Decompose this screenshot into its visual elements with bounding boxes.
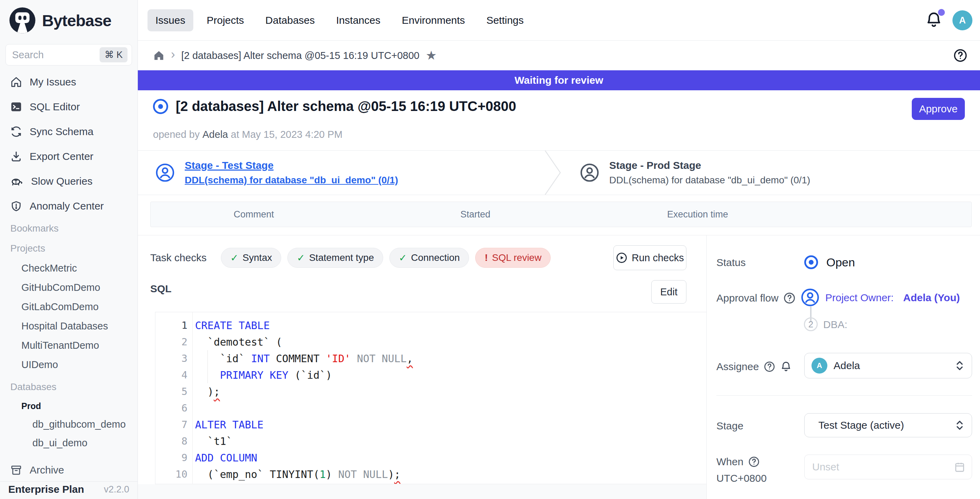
edit-sql-button[interactable]: Edit <box>651 280 686 304</box>
check-pill-syntax[interactable]: ✓ Syntax <box>221 248 281 268</box>
tab-settings[interactable]: Settings <box>478 9 531 31</box>
assignee-text: Assignee <box>716 361 759 372</box>
when-text: When <box>716 456 743 468</box>
sidebar-item-sql-editor[interactable]: SQL Editor <box>0 94 137 119</box>
col-started: Started <box>460 202 490 227</box>
plan-bar: Enterprise Plan v2.2.0 <box>0 482 137 499</box>
sidebar-env-prod: Prod <box>0 397 137 415</box>
sidebar-item-slow-queries[interactable]: Slow Queries <box>0 169 137 194</box>
sidebar-item-label: Sync Schema <box>30 126 93 138</box>
sidebar-item-db-githubcom-demo[interactable]: db_githubcom_demo <box>0 415 137 434</box>
approval-step2-role: DBA: <box>823 319 847 331</box>
line-number: 1 <box>156 319 188 331</box>
stage-name: Stage - Prod Stage <box>609 160 810 171</box>
approver-step1-icon <box>800 288 820 307</box>
sidebar-item-anomaly-center[interactable]: Anomaly Center <box>0 194 137 218</box>
sidebar-item-label: My Issues <box>30 76 76 88</box>
issue-open-icon <box>153 99 168 114</box>
issue-header: [2 databases] Alter schema @05-15 16:19 … <box>138 90 980 150</box>
sidebar-item-uidemo[interactable]: UIDemo <box>0 355 137 374</box>
help-circle-icon[interactable] <box>764 361 775 372</box>
task-checks-label: Task checks <box>150 252 207 264</box>
issue-author: Adela <box>203 129 228 140</box>
main-area: Issues Projects Databases Instances Envi… <box>138 0 980 499</box>
search-shortcut-badge: ⌘ K <box>100 47 127 62</box>
sidebar-item-db-ui-demo[interactable]: db_ui_demo <box>0 434 137 452</box>
shield-icon <box>10 200 22 212</box>
stage-select[interactable]: Test Stage (active) <box>804 413 972 437</box>
person-circle-icon <box>155 163 175 183</box>
tab-environments[interactable]: Environments <box>394 9 473 31</box>
task-table-header: Comment Started Execution time <box>150 202 972 227</box>
check-pill-sql-review[interactable]: ! SQL review <box>475 248 550 268</box>
tab-issues[interactable]: Issues <box>148 9 193 31</box>
sidebar-item-export-center[interactable]: Export Center <box>0 144 137 169</box>
sidebar-item-gitlabcomdemo[interactable]: GitLabComDemo <box>0 297 137 316</box>
check-label: SQL review <box>492 252 542 263</box>
sidebar-item-checkmetric[interactable]: CheckMetric <box>0 259 137 278</box>
turtle-icon <box>10 175 24 187</box>
breadcrumb: › [2 databases] Alter schema @05-15 16:1… <box>138 41 980 70</box>
stage-separator-chevron <box>544 151 562 195</box>
sidebar-item-multitenantdemo[interactable]: MultiTenantDemo <box>0 336 137 355</box>
chevron-right-icon: › <box>171 47 175 62</box>
stage-name-link[interactable]: Stage - Test Stage <box>185 160 398 171</box>
sidebar-item-label: Archive <box>30 464 64 476</box>
search-input[interactable] <box>12 49 100 60</box>
divider <box>716 395 972 396</box>
user-avatar[interactable]: A <box>953 10 972 30</box>
stage-label: Stage <box>716 420 743 432</box>
tab-instances[interactable]: Instances <box>328 9 388 31</box>
check-pill-connection[interactable]: ✓ Connection <box>390 248 469 268</box>
line-number: 8 <box>156 435 188 447</box>
line-number: 9 <box>156 452 188 464</box>
stage-task-link[interactable]: DDL(schema) for database "db_ui_demo" (0… <box>185 175 398 186</box>
stage-card-prod[interactable]: Stage - Prod Stage DDL(schema) for datab… <box>579 151 810 195</box>
sidebar-item-hospital-databases[interactable]: Hospital Databases <box>0 316 137 336</box>
status-label: Status <box>716 257 746 269</box>
search-input-wrap[interactable]: ⌘ K <box>5 44 132 65</box>
run-checks-label: Run checks <box>632 252 684 264</box>
chevron-updown-icon <box>955 360 965 372</box>
check-label: Connection <box>411 252 460 263</box>
sync-icon <box>10 126 22 138</box>
opened-by-prefix: opened by <box>153 129 199 140</box>
line-number: 3 <box>156 353 188 364</box>
sidebar-item-my-issues[interactable]: My Issues <box>0 70 137 94</box>
approval-flow-text: Approval flow <box>716 292 778 304</box>
tab-projects[interactable]: Projects <box>199 9 252 31</box>
help-icon[interactable] <box>953 48 967 63</box>
run-checks-button[interactable]: Run checks <box>613 245 686 270</box>
stage-card-test[interactable]: Stage - Test Stage DDL(schema) for datab… <box>155 151 398 195</box>
brand-logo[interactable]: Bytebase <box>0 0 137 41</box>
approval-step1-name[interactable]: Adela (You) <box>903 292 960 304</box>
when-date-input[interactable]: Unset <box>804 455 972 479</box>
sidebar-item-githubcomdemo[interactable]: GitHubComDemo <box>0 278 137 297</box>
approval-flow-label: Approval flow <box>716 292 795 304</box>
assignee-select[interactable]: A Adela <box>804 353 972 378</box>
sidebar: Bytebase ⌘ K My Issues SQL Editor Sync S… <box>0 0 138 499</box>
brand-name: Bytebase <box>42 11 111 30</box>
stage-task: DDL(schema) for database "db_ui_demo" (0… <box>609 175 810 186</box>
sidebar-item-archive[interactable]: Archive <box>0 458 137 483</box>
star-icon[interactable]: ★ <box>426 48 437 63</box>
home-icon[interactable] <box>153 49 165 61</box>
when-placeholder: Unset <box>812 461 954 473</box>
tab-databases[interactable]: Databases <box>258 9 323 31</box>
help-circle-icon[interactable] <box>748 456 760 468</box>
warning-icon: ! <box>485 252 488 263</box>
breadcrumb-title[interactable]: [2 databases] Alter schema @05-15 16:19 … <box>181 50 419 61</box>
approve-button[interactable]: Approve <box>912 98 965 120</box>
check-pill-statement-type[interactable]: ✓ Statement type <box>287 248 383 268</box>
check-icon: ✓ <box>230 252 238 264</box>
bell-icon[interactable] <box>780 361 792 372</box>
line-number: 6 <box>156 402 188 414</box>
check-label: Statement type <box>309 252 374 263</box>
help-circle-icon[interactable] <box>783 292 795 304</box>
assignee-value: Adela <box>834 360 955 372</box>
sidebar-item-sync-schema[interactable]: Sync Schema <box>0 119 137 144</box>
assignee-avatar: A <box>811 358 827 373</box>
download-icon <box>10 151 22 162</box>
notification-bell-button[interactable] <box>925 11 944 30</box>
sidebar-item-label: SQL Editor <box>30 101 80 113</box>
